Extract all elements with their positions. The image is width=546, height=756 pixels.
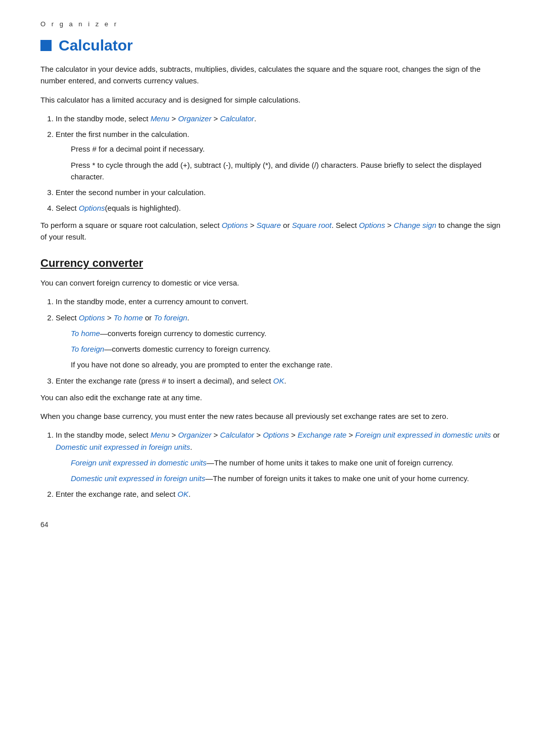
step-3: Enter the second number in your calculat… [56,186,506,198]
main-steps-list: In the standby mode, select Menu > Organ… [56,113,506,214]
currency-steps-list: In the standby mode, enter a currency am… [56,296,506,387]
square-link2: Square [256,221,281,229]
cs2-1-before: In the standby mode, select [56,431,151,439]
step-2: Enter the first number in the calculatio… [56,128,506,182]
step1-sep2: > [211,114,220,123]
change-para: When you change base currency, you must … [40,410,506,422]
foreign-expressed-desc: —The number of home units it takes to ma… [206,458,453,467]
prompt-indent: If you have not done so already, you are… [71,359,506,370]
currency-step2-2: Enter the exchange rate, and select OK. [56,488,506,500]
intro-para2: This calculator has a limited accuracy a… [40,94,506,106]
cs2-1-sep1: > [169,431,178,439]
tohome-indent: To home—converts foreign currency to dom… [71,327,506,339]
cs2-1-sep5: > [346,431,355,439]
step-1: In the standby mode, select Menu > Organ… [56,113,506,124]
currency-step-1: In the standby mode, enter a currency am… [56,296,506,307]
toforeign-text: To foreign—converts domestic currency to… [71,343,506,355]
cs2-1-mid: or [491,431,500,439]
organizer-label-text: O r g a n i z e r [40,20,118,28]
square-link3: Square root [292,221,331,229]
currency-step3-after: . [284,376,286,385]
currency-step2-link2: To home [114,313,143,322]
step2-indent-b-text: Press * to cycle through the add (+), su… [71,159,506,183]
step4-after: (equals is highlighted). [105,204,181,212]
prompt-text: If you have not done so already, you are… [71,359,506,370]
cs2-2-before: Enter the exchange rate, and select [56,490,177,498]
cs2-1-link2: Organizer [178,431,211,439]
currency-step3-before: Enter the exchange rate (press # to inse… [56,376,273,385]
currency-section-title: Currency converter [40,257,506,270]
currency-step2-before: Select [56,313,79,322]
step1-before: In the standby mode, select [56,114,151,123]
currency-step-3: Enter the exchange rate (press # to inse… [56,375,506,387]
foreign-expressed-indent: Foreign unit expressed in domestic units… [71,457,506,468]
currency-step-2: Select Options > To home or To foreign. … [56,312,506,371]
step1-link1: Menu [151,114,170,123]
cs2-2-link: OK [177,490,189,498]
toforeign-desc: —converts domestic currency to foreign c… [104,345,270,353]
step2-indent-a: Press # for a decimal point if necessary… [71,143,506,155]
domestic-expressed-text: Domestic unit expressed in foreign units… [71,472,506,484]
currency-step2-link3: To foreign [154,313,187,322]
domestic-expressed-indent: Domestic unit expressed in foreign units… [71,472,506,484]
square-sep1: > [248,221,256,229]
square-sep2: > [385,221,394,229]
tohome-link: To home [71,329,100,338]
currency-step2-after: . [187,313,189,322]
currency-step2-mid: or [143,313,154,322]
edit-para: You can also edit the exchange rate at a… [40,392,506,403]
cs2-1-link3: Calculator [220,431,254,439]
square-link4: Options [359,221,385,229]
title-text: Calculator [59,37,133,54]
cs2-1-sep4: > [289,431,298,439]
step1-link2: Organizer [178,114,211,123]
organizer-header: O r g a n i z e r [40,20,506,28]
step2-text: Enter the first number in the calculatio… [56,130,189,138]
cs2-1-after: . [190,443,192,451]
currency-steps2-list: In the standby mode, select Menu > Organ… [56,429,506,500]
cs2-1-link4: Options [263,431,289,439]
cs2-1-sep2: > [211,431,220,439]
cs2-1-link5: Exchange rate [298,431,347,439]
domestic-expressed-desc: —The number of foreign units it takes to… [205,474,469,483]
title-square-icon [40,40,52,51]
toforeign-indent: To foreign—converts domestic currency to… [71,343,506,355]
cs2-2-after: . [189,490,191,498]
domestic-expressed-link: Domestic unit expressed in foreign units [71,474,205,483]
page-title: Calculator [40,37,506,54]
cs2-1-link1: Menu [151,431,170,439]
cs2-1-link6: Foreign unit expressed in domestic units [355,431,491,439]
cs2-1-sep3: > [254,431,263,439]
toforeign-link: To foreign [71,345,104,353]
square-mid1: or [281,221,292,229]
foreign-expressed-text: Foreign unit expressed in domestic units… [71,457,506,468]
square-link1: Options [222,221,248,229]
step1-link3: Calculator [220,114,254,123]
currency-intro: You can convert foreign currency to dome… [40,277,506,289]
currency-step3-link: OK [273,376,284,385]
step1-after: . [254,114,256,123]
step1-sep1: > [169,114,178,123]
step2-indent-a-text: Press # for a decimal point if necessary… [71,143,506,155]
tohome-text: To home—converts foreign currency to dom… [71,327,506,339]
square-mid2: . Select [332,221,359,229]
currency-step2-1: In the standby mode, select Menu > Organ… [56,429,506,484]
foreign-expressed-link: Foreign unit expressed in domestic units [71,458,206,467]
step2-indent-b: Press * to cycle through the add (+), su… [71,159,506,183]
step4-before: Select [56,204,79,212]
currency-step2-link1: Options [79,313,105,322]
square-link5: Change sign [394,221,436,229]
step3-text: Enter the second number in your calculat… [56,188,206,197]
cs2-1-link7: Domestic unit expressed in foreign units [56,443,190,451]
square-para: To perform a square or square root calcu… [40,219,506,243]
currency-step2-sep: > [105,313,114,322]
intro-para1: The calculator in your device adds, subt… [40,63,506,87]
tohome-desc: —converts foreign currency to domestic c… [100,329,266,338]
square-before: To perform a square or square root calcu… [40,221,222,229]
page-number: 64 [40,521,506,529]
currency-step1-text: In the standby mode, enter a currency am… [56,297,248,306]
step-4: Select Options(equals is highlighted). [56,202,506,214]
step4-link: Options [79,204,105,212]
